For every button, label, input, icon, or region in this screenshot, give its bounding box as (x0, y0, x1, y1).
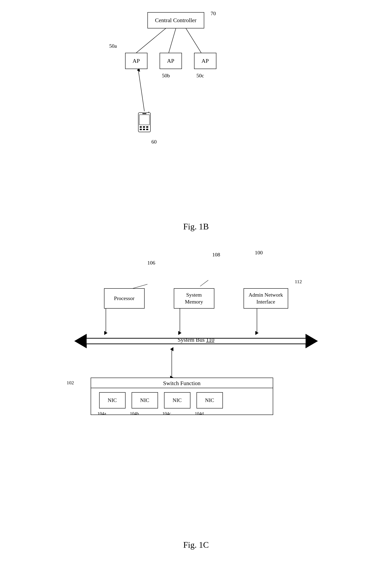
nic-box-c: NIC 104c (164, 392, 190, 408)
fig1b-container: Central Controller 70 AP 50a AP 50b AP 5… (0, 0, 392, 264)
ref-108: 108 (212, 252, 220, 258)
switch-function-text: Switch Function (163, 380, 200, 386)
admin-network-interface-label: Admin NetworkInterface (249, 292, 283, 305)
page: Central Controller 70 AP 50a AP 50b AP 5… (0, 0, 392, 566)
ap-label-1: AP (133, 58, 140, 64)
nic-box-d: NIC 104d (196, 392, 223, 408)
fig1b-diagram: Central Controller 70 AP 50a AP 50b AP 5… (115, 12, 277, 215)
switch-function-wrapper: 102 Switch Function NIC 104a NIC 104b (91, 378, 273, 415)
central-controller-box: Central Controller 70 (147, 12, 204, 29)
svg-rect-8 (140, 126, 142, 128)
ref-104d: 104d (195, 411, 204, 416)
system-bus-wrapper: System Bus 110 (74, 333, 318, 349)
central-controller-label: Central Controller (155, 17, 196, 24)
fig1c-container: 106 108 100 Processor SystemMemory (0, 264, 392, 566)
ap-box-1: AP 50a (125, 53, 147, 69)
nic-label-d-text: NIC (205, 397, 214, 403)
svg-line-1 (169, 29, 176, 53)
ref-106-text: 106 (147, 260, 155, 266)
ap-label-3: AP (202, 58, 209, 64)
system-memory-label: SystemMemory (185, 292, 203, 305)
ap-box-3: AP 50c (194, 53, 216, 69)
svg-rect-12 (143, 129, 145, 130)
ap-label-2: AP (167, 58, 174, 64)
processor-box: Processor (104, 288, 145, 309)
ref-104b: 104b (130, 411, 139, 416)
fig1b-caption-text: Fig. 1B (183, 222, 209, 231)
nic-box-a: NIC 104a (99, 392, 126, 408)
mobile-device-svg (135, 112, 154, 138)
ap-row: AP 50a AP 50b AP 50c (125, 53, 216, 69)
nic-label-c-text: NIC (173, 397, 182, 403)
system-bus-label: System Bus 110 (178, 337, 214, 343)
processor-label: Processor (114, 295, 134, 302)
nic-label-a-text: NIC (108, 397, 117, 403)
ref-100: 100 (255, 250, 263, 256)
top-components-row: Processor SystemMemory Admin NetworkInte… (74, 280, 318, 309)
svg-rect-9 (143, 126, 145, 128)
svg-line-0 (136, 29, 166, 53)
svg-line-5 (138, 70, 144, 111)
fig1c-caption-text: Fig. 1C (183, 540, 209, 550)
svg-rect-7 (139, 115, 150, 125)
ref-106: 106 (147, 260, 155, 266)
nic-box-b: NIC 104b (132, 392, 158, 408)
svg-rect-13 (146, 129, 148, 130)
fig1b-caption: Fig. 1B (183, 222, 209, 231)
ref-100-text: 100 (255, 250, 263, 256)
svg-rect-10 (146, 126, 148, 128)
ref-104a: 104a (98, 411, 106, 416)
switch-function-label: Switch Function (91, 378, 273, 388)
svg-line-2 (186, 29, 201, 53)
system-bus-text: System Bus (178, 337, 205, 343)
ref-50c: 50c (196, 73, 204, 79)
ref-50b: 50b (162, 73, 170, 79)
nic-label-b-text: NIC (140, 397, 149, 403)
ref-70: 70 (211, 11, 216, 17)
ref-50a: 50a (109, 43, 117, 49)
ref-104c: 104c (162, 411, 171, 416)
system-bus-ref: 110 (206, 337, 214, 343)
mobile-device: 60 (135, 112, 154, 139)
ref-112: 112 (295, 279, 302, 285)
ref-60: 60 (152, 139, 157, 145)
ap-box-2: AP 50b (160, 53, 182, 69)
ref-108-text: 108 (212, 252, 220, 258)
svg-rect-11 (140, 129, 142, 130)
nic-row: NIC 104a NIC 104b NIC 104c NI (91, 388, 273, 415)
fig1c-diagram: 106 108 100 Processor SystemMemory (74, 280, 318, 504)
admin-network-interface-box: Admin NetworkInterface 112 (244, 288, 288, 309)
fig1c-caption: Fig. 1C (183, 540, 209, 550)
svg-rect-15 (142, 113, 146, 114)
ref-102: 102 (67, 380, 74, 386)
system-memory-box: SystemMemory (174, 288, 214, 309)
